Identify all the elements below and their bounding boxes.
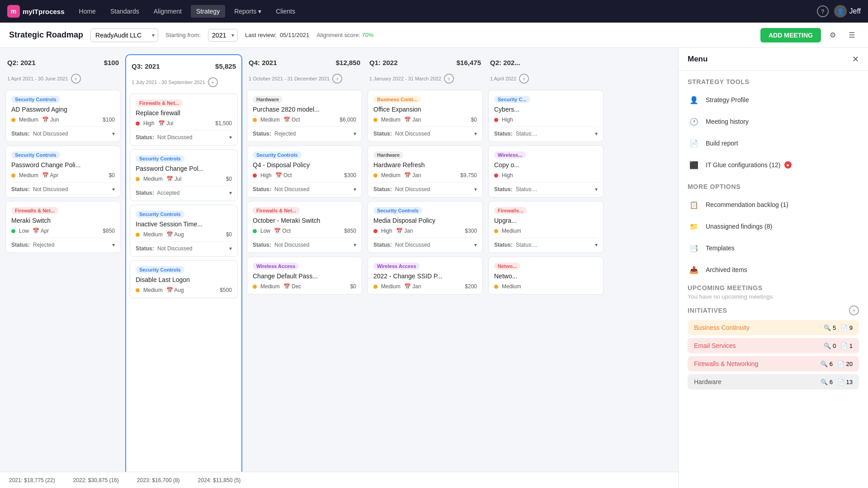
nav-standards[interactable]: Standards	[105, 5, 145, 18]
starting-from-label: Starting from:	[165, 32, 201, 38]
card-q4-2021-3[interactable]: Wireless Access Change Default Pass... M…	[247, 257, 362, 295]
status-chevron[interactable]: ▾	[595, 131, 598, 137]
user-menu[interactable]: 👤 Jeff	[834, 5, 861, 18]
sidebar-item-build-report[interactable]: 📄 Build report	[679, 132, 868, 154]
initiative-row-0[interactable]: Business Continuity 🔍 5 📄 9	[688, 320, 859, 335]
status-chevron[interactable]: ▾	[112, 242, 115, 248]
add-card-button-q2-2022[interactable]: +	[519, 74, 529, 84]
priority-dot	[494, 229, 498, 233]
filter-button[interactable]: ⚙	[826, 28, 840, 42]
initiatives-list: Business Continuity 🔍 5 📄 9 Email Servic…	[688, 320, 859, 389]
card-q4-2021-0[interactable]: Hardware Purchase 2820 model... Medium 📅…	[247, 90, 362, 142]
close-button[interactable]: ✕	[852, 54, 859, 64]
card-status: Status: Not Discussed ▾	[11, 127, 115, 137]
status-chevron[interactable]: ▾	[595, 242, 598, 248]
nav-clients[interactable]: Clients	[270, 5, 301, 18]
card-q2-2022-0[interactable]: Security C... Cybers... High Status: Sta…	[488, 90, 604, 142]
card-q3-2021-0[interactable]: Firewalls & Net... Replace firewall High…	[130, 94, 238, 145]
initiative-files-3: 📄 13	[837, 379, 853, 385]
status-chevron[interactable]: ▾	[595, 186, 598, 192]
initiative-row-1[interactable]: Email Services 🔍 0 📄 1	[688, 338, 859, 353]
avatar: 👤	[834, 5, 847, 18]
alignment-score-link[interactable]: 70%	[362, 32, 374, 38]
card-title: Cybers...	[494, 106, 598, 113]
sidebar-item-archived-items[interactable]: 📥 Archived items	[679, 259, 868, 281]
menu-button[interactable]: ☰	[844, 28, 859, 42]
sidebar-title: Menu	[688, 55, 708, 64]
status-chevron[interactable]: ▾	[474, 131, 477, 137]
status-chevron[interactable]: ▾	[229, 245, 232, 252]
card-meta: Medium 📅 Aug $500	[136, 287, 232, 293]
card-q1-2022-2[interactable]: Security Controls Media Disposal Policy …	[368, 201, 483, 253]
card-q3-2021-2[interactable]: Security Controls Inactive Session Time.…	[130, 205, 238, 257]
add-initiative-button[interactable]: +	[849, 305, 859, 315]
status-chevron[interactable]: ▾	[112, 186, 115, 192]
card-q2-2021-0[interactable]: Security Controls AD Password Aging Medi…	[5, 90, 121, 142]
nav-strategy[interactable]: Strategy	[191, 5, 225, 18]
sidebar-meeting-history-label: Meeting history	[706, 118, 749, 125]
card-title: Meraki Switch	[11, 217, 115, 224]
logo[interactable]: m myITprocess	[7, 5, 65, 18]
last-review: Last review: 05/11/2021	[245, 32, 309, 38]
card-q1-2022-0[interactable]: Business Conti... Office Expansion Mediu…	[368, 90, 483, 142]
sidebar-item-recommendation-backlog[interactable]: 📋 Recommendation backlog (1)	[679, 194, 868, 216]
status-chevron[interactable]: ▾	[229, 190, 232, 196]
card-title: 2022 - Change SSID P...	[373, 272, 477, 280]
initiative-row-3[interactable]: Hardware 🔍 6 📄 13	[688, 374, 859, 389]
card-q2-2021-1[interactable]: Security Controls Password Change Poli..…	[5, 145, 121, 197]
card-q1-2022-3[interactable]: Wireless Access 2022 - Change SSID P... …	[368, 257, 483, 295]
archived-items-icon: 📥	[688, 263, 700, 276]
it-glue-row: IT Glue configurations (12) ●	[706, 161, 792, 169]
card-q2-2022-2[interactable]: Firewalls... Upgra... Medium Status: Sta…	[488, 201, 604, 253]
card-category: Security C...	[494, 96, 530, 103]
add-card-button-q3-2021[interactable]: +	[208, 77, 218, 87]
card-status: Status: Rejected ▾	[11, 238, 115, 248]
card-status: Status: Rejected ▾	[253, 127, 356, 137]
card-q2-2021-2[interactable]: Firewalls & Net... Meraki Switch Low 📅 A…	[5, 201, 121, 253]
card-q3-2021-3[interactable]: Security Controls Disable Last Logon Med…	[130, 260, 238, 298]
alignment-score: Alignment score: 70%	[316, 32, 373, 38]
sidebar-item-strategy-profile[interactable]: 👤 Strategy Profile	[679, 89, 868, 111]
card-q4-2021-2[interactable]: Firewalls & Net... October - Meraki Swit…	[247, 201, 362, 253]
nav-alignment[interactable]: Alignment	[148, 5, 187, 18]
status-chevron[interactable]: ▾	[354, 186, 356, 192]
card-q1-2022-1[interactable]: Hardware Hardware Refresh Medium 📅 Jan $…	[368, 145, 483, 197]
year-select[interactable]: 2021 2022	[208, 29, 238, 42]
add-meeting-button[interactable]: ADD MEETING	[760, 28, 821, 42]
card-q3-2021-1[interactable]: Security Controls Password Change Pol...…	[130, 149, 238, 201]
nav-reports[interactable]: Reports ▾	[229, 5, 267, 18]
status-chevron[interactable]: ▾	[354, 242, 356, 248]
col-title-q4-2021: Q4: 2021	[249, 59, 277, 66]
card-q2-2022-1[interactable]: Wireless... Copy o... High Status: Statu…	[488, 145, 604, 197]
add-card-button-q4-2021[interactable]: +	[332, 74, 342, 84]
card-q4-2021-1[interactable]: Security Controls Q4 - Disposal Policy H…	[247, 145, 362, 197]
priority-dot	[253, 229, 257, 233]
status-chevron[interactable]: ▾	[354, 131, 356, 137]
sidebar-it-glue-label: IT Glue configurations (12)	[706, 161, 781, 169]
nav-home[interactable]: Home	[74, 5, 101, 18]
sidebar-item-unassigned-findings[interactable]: 📁 Unassigned findings (8)	[679, 216, 868, 237]
status-chevron[interactable]: ▾	[229, 134, 232, 141]
initiative-row-2[interactable]: Firewalls & Networking 🔍 6 📄 20	[688, 356, 859, 371]
logo-text: myITprocess	[23, 8, 65, 15]
card-title: Netwo...	[494, 272, 598, 280]
sidebar-item-it-glue[interactable]: ⬛ IT Glue configurations (12) ●	[679, 154, 868, 176]
kanban-footer: 2021: $18,775 (22)2022: $30,875 (16)2023…	[0, 472, 678, 488]
status-chevron[interactable]: ▾	[474, 186, 477, 192]
add-card-button-q2-2021[interactable]: +	[71, 74, 81, 84]
card-status: Status: Status:... ▾	[494, 238, 598, 248]
status-chevron[interactable]: ▾	[474, 242, 477, 248]
card-status: Status: Not Discussed ▾	[373, 182, 477, 192]
add-card-button-q1-2022[interactable]: +	[444, 74, 454, 84]
status-chevron[interactable]: ▾	[112, 131, 115, 137]
initiative-users-0: 🔍 5	[824, 324, 836, 331]
card-amount: $300	[465, 228, 477, 234]
card-q2-2022-3[interactable]: Netwo... Netwo... Medium	[488, 257, 604, 295]
sidebar-item-meeting-history[interactable]: 🕐 Meeting history	[679, 111, 868, 132]
sidebar-item-templates[interactable]: 📑 Templates	[679, 237, 868, 259]
help-button[interactable]: ?	[817, 5, 829, 17]
footer-item-3: 2024: $11,850 (5)	[198, 477, 241, 483]
company-select[interactable]: ReadyAudit LLC	[90, 28, 158, 42]
card-status: Status: Not Discussed ▾	[136, 130, 232, 141]
priority-label: Medium	[19, 117, 38, 123]
